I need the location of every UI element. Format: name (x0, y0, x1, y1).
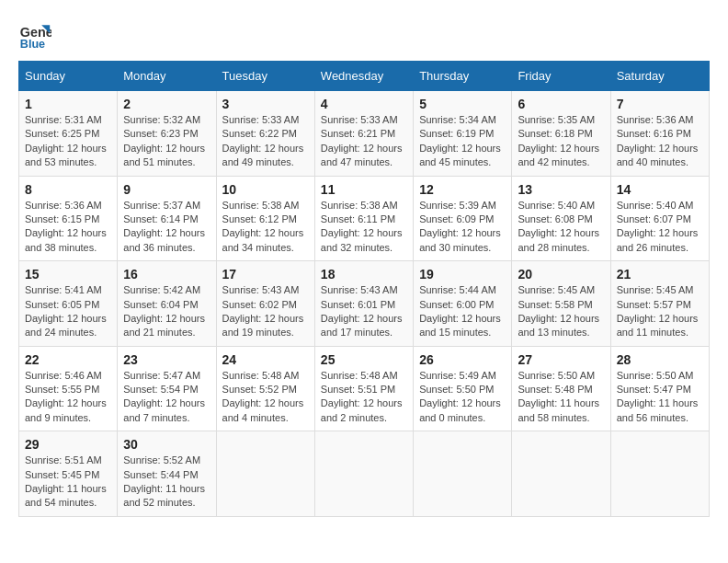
calendar-cell: 9Sunrise: 5:37 AMSunset: 6:14 PMDaylight… (118, 176, 216, 261)
cell-content: Sunrise: 5:50 AMSunset: 5:47 PMDaylight:… (617, 369, 703, 426)
cell-content: Sunrise: 5:45 AMSunset: 5:57 PMDaylight:… (617, 283, 703, 340)
column-header-friday: Friday (512, 62, 610, 91)
calendar-cell: 3Sunrise: 5:33 AMSunset: 6:22 PMDaylight… (216, 91, 314, 177)
cell-content: Sunrise: 5:34 AMSunset: 6:19 PMDaylight:… (419, 113, 506, 170)
cell-content: Sunrise: 5:52 AMSunset: 5:44 PMDaylight:… (123, 454, 210, 511)
cell-content: Sunrise: 5:36 AMSunset: 6:15 PMDaylight:… (25, 199, 111, 256)
cell-content: Sunrise: 5:32 AMSunset: 6:23 PMDaylight:… (123, 113, 210, 170)
column-header-sunday: Sunday (19, 62, 118, 91)
calendar-cell: 29Sunrise: 5:51 AMSunset: 5:45 PMDayligh… (19, 431, 118, 517)
day-number: 28 (617, 352, 703, 367)
calendar-header-row: SundayMondayTuesdayWednesdayThursdayFrid… (19, 62, 710, 91)
calendar-cell: 13Sunrise: 5:40 AMSunset: 6:08 PMDayligh… (512, 176, 610, 261)
cell-content: Sunrise: 5:44 AMSunset: 6:00 PMDaylight:… (419, 283, 506, 340)
day-number: 15 (25, 267, 111, 282)
calendar-cell: 23Sunrise: 5:47 AMSunset: 5:54 PMDayligh… (118, 346, 216, 431)
calendar-cell: 27Sunrise: 5:50 AMSunset: 5:48 PMDayligh… (512, 346, 610, 431)
day-number: 16 (123, 267, 210, 282)
logo-icon: General Blue (18, 18, 51, 52)
cell-content: Sunrise: 5:45 AMSunset: 5:58 PMDaylight:… (518, 283, 604, 340)
calendar-cell: 12Sunrise: 5:39 AMSunset: 6:09 PMDayligh… (414, 176, 512, 261)
calendar-cell: 14Sunrise: 5:40 AMSunset: 6:07 PMDayligh… (610, 176, 709, 261)
day-number: 8 (25, 182, 111, 197)
day-number: 5 (419, 97, 506, 111)
calendar-cell: 7Sunrise: 5:36 AMSunset: 6:16 PMDaylight… (610, 91, 709, 177)
calendar-cell: 8Sunrise: 5:36 AMSunset: 6:15 PMDaylight… (19, 176, 118, 261)
day-number: 20 (518, 267, 604, 282)
cell-content: Sunrise: 5:40 AMSunset: 6:07 PMDaylight:… (617, 199, 703, 256)
calendar-cell: 20Sunrise: 5:45 AMSunset: 5:58 PMDayligh… (512, 261, 610, 347)
cell-content: Sunrise: 5:33 AMSunset: 6:21 PMDaylight:… (321, 113, 407, 170)
cell-content: Sunrise: 5:36 AMSunset: 6:16 PMDaylight:… (617, 113, 703, 170)
calendar-cell (414, 431, 512, 517)
calendar-week-1: 1Sunrise: 5:31 AMSunset: 6:25 PMDaylight… (19, 91, 710, 177)
calendar-week-3: 15Sunrise: 5:41 AMSunset: 6:05 PMDayligh… (19, 261, 710, 347)
page-header: General Blue (18, 18, 710, 52)
cell-content: Sunrise: 5:48 AMSunset: 5:52 PMDaylight:… (222, 369, 309, 426)
day-number: 3 (222, 97, 309, 111)
cell-content: Sunrise: 5:35 AMSunset: 6:18 PMDaylight:… (518, 113, 604, 170)
calendar-table: SundayMondayTuesdayWednesdayThursdayFrid… (18, 61, 710, 517)
day-number: 2 (123, 97, 210, 111)
calendar-week-5: 29Sunrise: 5:51 AMSunset: 5:45 PMDayligh… (19, 431, 710, 517)
calendar-cell: 5Sunrise: 5:34 AMSunset: 6:19 PMDaylight… (414, 91, 512, 177)
calendar-cell: 2Sunrise: 5:32 AMSunset: 6:23 PMDaylight… (118, 91, 216, 177)
calendar-cell: 24Sunrise: 5:48 AMSunset: 5:52 PMDayligh… (216, 346, 314, 431)
day-number: 30 (123, 437, 210, 452)
calendar-week-2: 8Sunrise: 5:36 AMSunset: 6:15 PMDaylight… (19, 176, 710, 261)
day-number: 6 (518, 97, 604, 111)
day-number: 14 (617, 182, 703, 197)
calendar-cell: 30Sunrise: 5:52 AMSunset: 5:44 PMDayligh… (118, 431, 216, 517)
day-number: 27 (518, 352, 604, 367)
day-number: 4 (321, 97, 407, 111)
calendar-cell: 16Sunrise: 5:42 AMSunset: 6:04 PMDayligh… (118, 261, 216, 347)
calendar-cell: 26Sunrise: 5:49 AMSunset: 5:50 PMDayligh… (414, 346, 512, 431)
cell-content: Sunrise: 5:42 AMSunset: 6:04 PMDaylight:… (123, 283, 210, 340)
calendar-cell: 19Sunrise: 5:44 AMSunset: 6:00 PMDayligh… (414, 261, 512, 347)
cell-content: Sunrise: 5:38 AMSunset: 6:11 PMDaylight:… (321, 199, 407, 256)
calendar-cell: 17Sunrise: 5:43 AMSunset: 6:02 PMDayligh… (216, 261, 314, 347)
calendar-cell: 1Sunrise: 5:31 AMSunset: 6:25 PMDaylight… (19, 91, 118, 177)
calendar-cell (610, 431, 709, 517)
day-number: 18 (321, 267, 407, 282)
calendar-cell: 6Sunrise: 5:35 AMSunset: 6:18 PMDaylight… (512, 91, 610, 177)
svg-text:Blue: Blue (20, 38, 45, 51)
day-number: 29 (25, 437, 111, 452)
cell-content: Sunrise: 5:33 AMSunset: 6:22 PMDaylight:… (222, 113, 309, 170)
calendar-cell (314, 431, 413, 517)
day-number: 17 (222, 267, 309, 282)
cell-content: Sunrise: 5:51 AMSunset: 5:45 PMDaylight:… (25, 454, 111, 511)
day-number: 22 (25, 352, 111, 367)
calendar-cell (512, 431, 610, 517)
calendar-cell: 11Sunrise: 5:38 AMSunset: 6:11 PMDayligh… (314, 176, 413, 261)
cell-content: Sunrise: 5:46 AMSunset: 5:55 PMDaylight:… (25, 369, 111, 426)
cell-content: Sunrise: 5:38 AMSunset: 6:12 PMDaylight:… (222, 199, 309, 256)
calendar-cell: 28Sunrise: 5:50 AMSunset: 5:47 PMDayligh… (610, 346, 709, 431)
cell-content: Sunrise: 5:43 AMSunset: 6:01 PMDaylight:… (321, 283, 407, 340)
column-header-wednesday: Wednesday (314, 62, 413, 91)
cell-content: Sunrise: 5:31 AMSunset: 6:25 PMDaylight:… (25, 113, 111, 170)
day-number: 13 (518, 182, 604, 197)
day-number: 26 (419, 352, 506, 367)
logo: General Blue (18, 18, 51, 52)
day-number: 1 (25, 97, 111, 111)
column-header-monday: Monday (118, 62, 216, 91)
day-number: 9 (123, 182, 210, 197)
calendar-cell: 22Sunrise: 5:46 AMSunset: 5:55 PMDayligh… (19, 346, 118, 431)
day-number: 23 (123, 352, 210, 367)
day-number: 25 (321, 352, 407, 367)
cell-content: Sunrise: 5:40 AMSunset: 6:08 PMDaylight:… (518, 199, 604, 256)
cell-content: Sunrise: 5:39 AMSunset: 6:09 PMDaylight:… (419, 199, 506, 256)
column-header-tuesday: Tuesday (216, 62, 314, 91)
calendar-week-4: 22Sunrise: 5:46 AMSunset: 5:55 PMDayligh… (19, 346, 710, 431)
day-number: 24 (222, 352, 309, 367)
cell-content: Sunrise: 5:50 AMSunset: 5:48 PMDaylight:… (518, 369, 604, 426)
day-number: 21 (617, 267, 703, 282)
column-header-thursday: Thursday (414, 62, 512, 91)
calendar-cell: 10Sunrise: 5:38 AMSunset: 6:12 PMDayligh… (216, 176, 314, 261)
cell-content: Sunrise: 5:41 AMSunset: 6:05 PMDaylight:… (25, 283, 111, 340)
calendar-cell: 4Sunrise: 5:33 AMSunset: 6:21 PMDaylight… (314, 91, 413, 177)
day-number: 10 (222, 182, 309, 197)
day-number: 19 (419, 267, 506, 282)
cell-content: Sunrise: 5:48 AMSunset: 5:51 PMDaylight:… (321, 369, 407, 426)
